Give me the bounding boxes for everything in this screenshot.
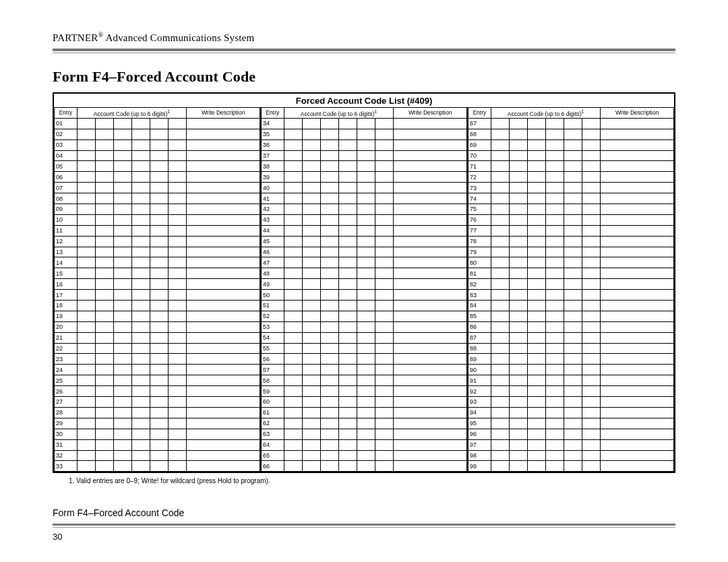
code-digit-cell[interactable] [320,321,338,332]
code-digit-cell[interactable] [302,129,320,139]
description-cell[interactable] [601,343,674,354]
description-cell[interactable] [601,332,674,343]
code-digit-cell[interactable] [169,129,187,139]
code-digit-cell[interactable] [284,214,302,225]
code-digit-cell[interactable] [357,129,375,139]
description-cell[interactable] [394,172,467,183]
code-digit-cell[interactable] [169,172,187,183]
description-cell[interactable] [187,279,260,290]
code-digit-cell[interactable] [564,172,582,183]
code-digit-cell[interactable] [338,247,357,257]
code-digit-cell[interactable] [357,450,375,461]
code-digit-cell[interactable] [150,418,169,429]
code-digit-cell[interactable] [284,321,302,332]
code-digit-cell[interactable] [375,461,394,472]
code-digit-cell[interactable] [95,279,113,290]
code-digit-cell[interactable] [491,450,509,461]
code-digit-cell[interactable] [113,129,131,139]
code-digit-cell[interactable] [338,301,357,311]
code-digit-cell[interactable] [320,301,338,311]
description-cell[interactable] [394,439,467,450]
code-digit-cell[interactable] [582,365,601,375]
code-digit-cell[interactable] [491,290,509,301]
description-cell[interactable] [601,193,674,204]
code-digit-cell[interactable] [95,172,113,183]
code-digit-cell[interactable] [77,118,95,129]
description-cell[interactable] [187,386,260,397]
code-digit-cell[interactable] [284,375,302,386]
description-cell[interactable] [394,204,467,215]
code-digit-cell[interactable] [509,247,527,257]
code-digit-cell[interactable] [375,118,394,129]
code-digit-cell[interactable] [77,450,95,461]
code-digit-cell[interactable] [564,365,582,375]
code-digit-cell[interactable] [150,343,169,354]
code-digit-cell[interactable] [582,247,601,257]
description-cell[interactable] [394,301,467,311]
code-digit-cell[interactable] [150,279,169,290]
code-digit-cell[interactable] [77,343,95,354]
code-digit-cell[interactable] [375,257,394,268]
code-digit-cell[interactable] [169,461,187,472]
description-cell[interactable] [394,236,467,247]
code-digit-cell[interactable] [95,365,113,375]
code-digit-cell[interactable] [169,407,187,418]
code-digit-cell[interactable] [509,429,527,439]
code-digit-cell[interactable] [564,301,582,311]
code-digit-cell[interactable] [357,429,375,439]
code-digit-cell[interactable] [284,279,302,290]
code-digit-cell[interactable] [527,439,545,450]
code-digit-cell[interactable] [375,343,394,354]
code-digit-cell[interactable] [564,204,582,215]
code-digit-cell[interactable] [284,150,302,161]
code-digit-cell[interactable] [338,290,357,301]
description-cell[interactable] [394,450,467,461]
code-digit-cell[interactable] [169,204,187,215]
code-digit-cell[interactable] [338,461,357,472]
code-digit-cell[interactable] [320,257,338,268]
code-digit-cell[interactable] [375,247,394,257]
code-digit-cell[interactable] [375,183,394,193]
code-digit-cell[interactable] [375,439,394,450]
code-digit-cell[interactable] [491,225,509,236]
code-digit-cell[interactable] [375,397,394,408]
code-digit-cell[interactable] [169,397,187,408]
code-digit-cell[interactable] [113,257,131,268]
code-digit-cell[interactable] [131,161,150,172]
description-cell[interactable] [601,439,674,450]
code-digit-cell[interactable] [320,397,338,408]
code-digit-cell[interactable] [77,129,95,139]
code-digit-cell[interactable] [131,407,150,418]
code-digit-cell[interactable] [545,247,564,257]
code-digit-cell[interactable] [509,172,527,183]
description-cell[interactable] [187,183,260,193]
code-digit-cell[interactable] [527,461,545,472]
code-digit-cell[interactable] [131,386,150,397]
code-digit-cell[interactable] [375,375,394,386]
code-digit-cell[interactable] [320,461,338,472]
description-cell[interactable] [601,321,674,332]
code-digit-cell[interactable] [357,161,375,172]
code-digit-cell[interactable] [564,397,582,408]
code-digit-cell[interactable] [169,365,187,375]
code-digit-cell[interactable] [338,450,357,461]
description-cell[interactable] [394,397,467,408]
code-digit-cell[interactable] [509,354,527,365]
code-digit-cell[interactable] [527,279,545,290]
code-digit-cell[interactable] [169,279,187,290]
code-digit-cell[interactable] [491,183,509,193]
code-digit-cell[interactable] [320,161,338,172]
code-digit-cell[interactable] [564,139,582,150]
code-digit-cell[interactable] [131,418,150,429]
code-digit-cell[interactable] [509,332,527,343]
code-digit-cell[interactable] [302,321,320,332]
code-digit-cell[interactable] [113,183,131,193]
code-digit-cell[interactable] [527,343,545,354]
code-digit-cell[interactable] [357,386,375,397]
code-digit-cell[interactable] [302,397,320,408]
code-digit-cell[interactable] [95,461,113,472]
code-digit-cell[interactable] [545,225,564,236]
code-digit-cell[interactable] [338,183,357,193]
code-digit-cell[interactable] [169,268,187,279]
description-cell[interactable] [187,461,260,472]
